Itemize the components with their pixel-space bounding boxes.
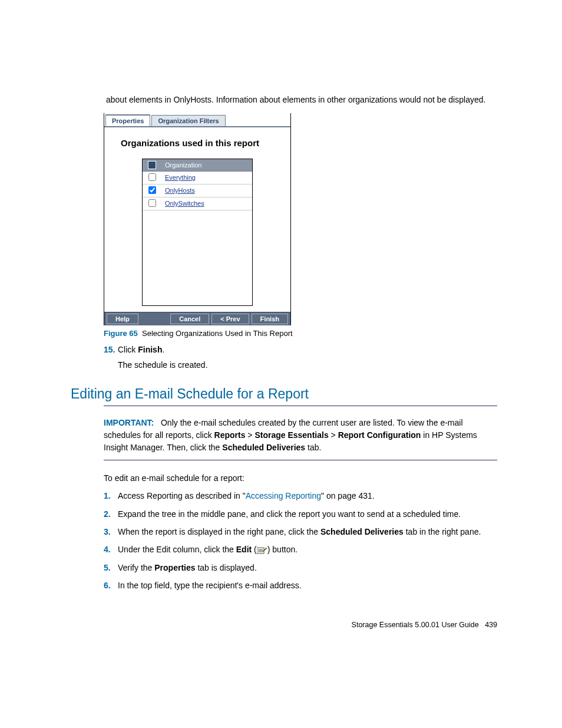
step-2: 2. Expand the tree in the middle pane, a… [104, 508, 497, 520]
finish-button[interactable]: Finish [252, 314, 288, 324]
row-checkbox-onlyhosts[interactable] [148, 186, 156, 194]
step-bold-edit: Edit [236, 545, 252, 554]
step-3: 3. When the report is displayed in the r… [104, 526, 497, 538]
step-text-end: tab is displayed. [196, 563, 257, 572]
step-text: When the report is displayed in the righ… [118, 527, 320, 536]
select-all-icon [148, 161, 156, 169]
step-1: 1. Access Reporting as described in "Acc… [104, 490, 497, 502]
figure-number: Figure 65 [104, 329, 138, 338]
step-5: 5. Verify the Properties tab is displaye… [104, 562, 497, 574]
dialog-button-row: Help Cancel < Prev Finish [104, 312, 290, 325]
row-checkbox-everything[interactable] [148, 173, 156, 181]
step-text-paren-close: ) button. [267, 545, 297, 554]
table-row: Everything [143, 171, 252, 184]
dialog-heading: Organizations used in this report [104, 127, 290, 159]
section-rule [104, 406, 497, 406]
figure-caption: Figure 65 Selecting Organizations Used i… [104, 329, 497, 338]
step-text: In the top field, type the recipient's e… [118, 579, 497, 591]
step-text-paren-open: ( [252, 545, 257, 554]
table-row: OnlyHosts [143, 184, 252, 197]
footer-page-number: 439 [485, 621, 497, 629]
step-text: Access Reporting as described in " [118, 491, 246, 500]
important-bold-reports: Reports [214, 430, 246, 440]
important-bold-scheduled-deliveries: Scheduled Deliveries [222, 443, 305, 452]
section-heading-editing-email-schedule: Editing an E-mail Schedule for a Report [71, 386, 497, 402]
step-bold-scheduled-deliveries: Scheduled Deliveries [320, 527, 404, 536]
row-checkbox-onlyswitches[interactable] [148, 199, 156, 207]
step-bold: Finish [138, 345, 162, 354]
step-number: 1. [104, 490, 118, 502]
gt1: > [245, 430, 254, 440]
link-accessing-reporting[interactable]: Accessing Reporting [246, 491, 321, 500]
step-text-end: tab in the right pane. [404, 527, 481, 536]
edit-icon [257, 546, 267, 555]
step-6: 6. In the top field, type the recipient'… [104, 579, 497, 591]
dialog-tabs: Properties Organization Filters [104, 113, 290, 127]
step-text: Under the Edit column, click the [118, 545, 236, 554]
step-4: 4. Under the Edit column, click the Edit… [104, 543, 497, 555]
cancel-button[interactable]: Cancel [170, 314, 209, 324]
step-text: Verify the [118, 563, 154, 572]
organization-table: Organization Everything OnlyHosts OnlySw… [142, 159, 253, 306]
help-button[interactable]: Help [107, 314, 138, 324]
table-row: OnlySwitches [143, 197, 252, 210]
step-bold-properties: Properties [154, 563, 195, 572]
org-link-everything[interactable]: Everything [161, 171, 252, 184]
step-number: 3. [104, 526, 118, 538]
step-number: 2. [104, 508, 118, 520]
important-label: IMPORTANT: [104, 418, 154, 427]
column-organization: Organization [161, 159, 252, 172]
intro-paragraph: about elements in OnlyHosts. Information… [106, 94, 497, 106]
page-footer: Storage Essentials 5.00.01 User Guide 43… [71, 621, 497, 629]
step-text-end: . [162, 345, 164, 354]
step-number: 15. [104, 344, 118, 355]
important-note: IMPORTANT: Only the e-mail schedules cre… [104, 412, 497, 460]
step-number: 6. [104, 579, 118, 591]
important-bold-storage-essentials: Storage Essentials [254, 430, 328, 440]
step-number: 5. [104, 562, 118, 574]
important-bold-report-configuration: Report Configuration [338, 430, 421, 440]
gt2: > [329, 430, 338, 440]
important-text-3: tab. [305, 443, 321, 452]
step-text: Click [118, 345, 138, 354]
step-15: 15. Click Finish. [104, 344, 497, 355]
figure-caption-text: Selecting Organizations Used in This Rep… [142, 329, 293, 338]
footer-title: Storage Essentials 5.00.01 User Guide [352, 621, 479, 629]
tab-properties[interactable]: Properties [105, 114, 150, 126]
tab-organization-filters[interactable]: Organization Filters [151, 115, 225, 126]
step-15-sub: The schedule is created. [118, 359, 497, 371]
lead-paragraph: To edit an e-mail schedule for a report: [104, 472, 497, 484]
org-filters-dialog: Properties Organization Filters Organiza… [104, 113, 291, 325]
select-all-header[interactable] [143, 159, 161, 172]
step-text-end: " on page 431. [321, 491, 375, 500]
org-link-onlyswitches[interactable]: OnlySwitches [161, 197, 252, 210]
prev-button[interactable]: < Prev [211, 314, 249, 324]
step-text: Expand the tree in the middle pane, and … [118, 508, 497, 520]
figure-65: Properties Organization Filters Organiza… [104, 113, 497, 338]
step-number: 4. [104, 543, 118, 555]
org-link-onlyhosts[interactable]: OnlyHosts [161, 184, 252, 197]
